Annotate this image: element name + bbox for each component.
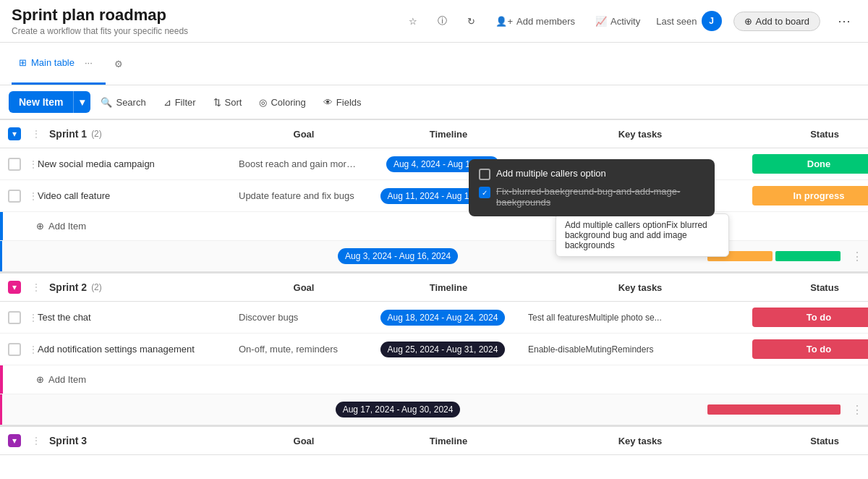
- sprint2-drag: ⋮: [29, 282, 43, 292]
- filter-btn[interactable]: ⊿ Filter: [156, 93, 203, 112]
- s2row1-status: To do: [746, 305, 868, 330]
- sprint1-summary-timeline-pill: Aug 3, 2024 - Aug 16, 2024: [338, 248, 458, 264]
- sort-icon: ⇅: [213, 97, 221, 108]
- s2row1-drag[interactable]: ⋮: [29, 313, 38, 323]
- sprint1-row-1: ⋮ New social media campaign Boost reach …: [0, 148, 868, 180]
- s2row2-goal: On-off, mute, reminders: [233, 344, 363, 355]
- sprint1-header: ▾ ⋮ Sprint 1 (2) Goal Timeline Key tasks…: [0, 119, 868, 148]
- sprint1-checkbox-area[interactable]: ▾: [0, 127, 29, 140]
- sprint3-col-timeline: Timeline: [369, 436, 528, 446]
- sprint3-name: Sprint 3: [43, 435, 239, 446]
- s2row1-keytasks: Test all featuresMultiple photo se...: [522, 313, 746, 323]
- sprint2-status-bar-todo: [707, 404, 841, 415]
- fields-icon: 👁: [323, 97, 333, 108]
- sprint2-toggle[interactable]: ▾: [8, 281, 21, 294]
- sprint2-add-item-row[interactable]: ⊕ Add Item: [0, 365, 868, 394]
- sprint2-count: (2): [91, 282, 102, 292]
- s2row1-name: Test the chat: [38, 312, 233, 323]
- s2row1-timeline-pill: Aug 18, 2024 - Aug 24, 2024: [380, 310, 506, 326]
- star-icon-btn[interactable]: ☆: [404, 13, 422, 30]
- app-header: Sprint plan roadmap Create a workflow th…: [0, 0, 868, 43]
- row1-drag[interactable]: ⋮: [29, 159, 38, 169]
- new-item-chevron[interactable]: ▾: [73, 91, 90, 113]
- s2row2-checkbox[interactable]: [8, 343, 21, 356]
- row2-status: In progress: [746, 183, 868, 208]
- sprint1-summary: Aug 3, 2024 - Aug 16, 2024 ⋮: [0, 241, 868, 273]
- s2row1-check[interactable]: [0, 311, 29, 324]
- row1-checkbox[interactable]: [8, 158, 21, 171]
- sprint2-col-goal: Goal: [239, 282, 369, 293]
- filter-icon: ⊿: [163, 97, 171, 108]
- popup-item-2[interactable]: ✓ Fix-blurred-baekgreund-bug-and-add-mag…: [479, 186, 705, 208]
- sprint2-summary-timeline-pill: Aug 17, 2024 - Aug 30, 2024: [336, 402, 461, 417]
- sprint1-add-item-row[interactable]: ⊕ Add Item: [0, 212, 868, 241]
- sprint1-toggle[interactable]: ▾: [8, 127, 21, 140]
- sprint2-header: ▾ ⋮ Sprint 2 (2) Goal Timeline Key tasks…: [0, 273, 868, 302]
- sprint-group-2: ▾ ⋮ Sprint 2 (2) Goal Timeline Key tasks…: [0, 273, 868, 426]
- page-title: Sprint plan roadmap: [12, 6, 396, 25]
- fields-btn[interactable]: 👁 Fields: [316, 93, 369, 112]
- sprint2-checkbox[interactable]: ▾: [8, 281, 21, 294]
- settings-gear-btn[interactable]: ⚙: [109, 53, 129, 75]
- sprint3-checkbox[interactable]: ▾: [8, 434, 21, 447]
- sprint1-summary-more[interactable]: ⋮: [846, 250, 868, 263]
- add-to-board-button[interactable]: ⊕ Add to board: [733, 12, 820, 31]
- sprint1-chevron-icon: ▾: [12, 129, 17, 139]
- row2-check[interactable]: [0, 190, 29, 203]
- sprint2-add-item-label[interactable]: ⊕ Add Item: [3, 374, 92, 385]
- s2row2-check[interactable]: [0, 343, 29, 356]
- search-icon: 🔍: [101, 97, 112, 108]
- sprint3-checkbox-area[interactable]: ▾: [0, 434, 29, 447]
- more-options-btn[interactable]: ⋯: [832, 10, 856, 32]
- sprint1-checkbox[interactable]: ▾: [8, 127, 21, 140]
- sprint3-col-keytasks: Key tasks: [528, 436, 752, 446]
- popup-item-1[interactable]: Add multiple callers option: [479, 168, 705, 180]
- sprint3-toggle[interactable]: ▾: [8, 434, 21, 447]
- activity-icon: 📈: [595, 16, 607, 27]
- sprint2-summary-timeline: Aug 17, 2024 - Aug 30, 2024: [318, 399, 477, 420]
- popup-checkbox-1[interactable]: [479, 169, 490, 180]
- keytasks-popup-overlay: Add multiple callers option ✓ Fix-blurre…: [469, 159, 715, 216]
- s2row2-drag[interactable]: ⋮: [29, 344, 38, 355]
- row2-drag[interactable]: ⋮: [29, 191, 38, 201]
- sprint2-summary: Aug 17, 2024 - Aug 30, 2024 ⋮: [0, 394, 868, 426]
- new-item-button[interactable]: New Item ▾: [9, 91, 90, 113]
- tab-bar: ⊞ Main table ··· ⚙: [0, 43, 868, 85]
- sprint1-count: (2): [91, 129, 102, 139]
- row2-checkbox[interactable]: [8, 190, 21, 203]
- add-members-btn[interactable]: 👤+ Add members: [491, 13, 579, 30]
- row2-goal: Update feature and fix bugs: [233, 190, 363, 201]
- sprint2-summary-status: [702, 402, 846, 417]
- sprint1-add-item-label[interactable]: ⊕ Add Item: [3, 221, 92, 232]
- popup-checkbox-2[interactable]: ✓: [479, 187, 490, 198]
- refresh-icon-btn[interactable]: ↻: [463, 13, 480, 30]
- sprint1-col-goal: Goal: [239, 129, 369, 140]
- row1-goal: Boost reach and gain more follo...: [233, 158, 363, 169]
- s2-add-item-icon: ⊕: [36, 374, 44, 385]
- info-icon-btn[interactable]: ⓘ: [433, 12, 451, 30]
- add-members-icon: 👤+: [495, 16, 513, 27]
- sprint3-drag: ⋮: [29, 436, 43, 446]
- sort-btn[interactable]: ⇅ Sort: [206, 93, 250, 112]
- sprint3-col-status: Status: [752, 436, 868, 446]
- coloring-btn[interactable]: ◎ Coloring: [252, 93, 312, 112]
- s2row1-status-pill: To do: [752, 308, 868, 327]
- sprint2-summary-more[interactable]: ⋮: [846, 403, 868, 417]
- row1-check[interactable]: [0, 158, 29, 171]
- s2row1-checkbox[interactable]: [8, 311, 21, 324]
- sprint2-summary-bar: [0, 394, 2, 425]
- sprint1-col-timeline: Timeline: [369, 129, 528, 140]
- search-btn[interactable]: 🔍 Search: [93, 93, 153, 112]
- sprint2-chevron-icon: ▾: [12, 282, 17, 292]
- table-area: ▾ ⋮ Sprint 1 (2) Goal Timeline Key tasks…: [0, 119, 868, 455]
- tab-main-table[interactable]: ⊞ Main table ···: [12, 43, 106, 85]
- activity-btn[interactable]: 📈 Activity: [591, 13, 644, 30]
- s2row2-status-pill: To do: [752, 339, 868, 359]
- coloring-icon: ◎: [259, 97, 267, 108]
- sprint2-checkbox-area[interactable]: ▾: [0, 281, 29, 294]
- row1-status: Done: [746, 151, 868, 177]
- sprint3-header: ▾ ⋮ Sprint 3 Goal Timeline Key tasks Sta…: [0, 426, 868, 455]
- tab-dots[interactable]: ···: [79, 51, 98, 74]
- sprint1-name: Sprint 1 (2): [43, 128, 239, 140]
- row2-name: Video call feature: [38, 190, 233, 201]
